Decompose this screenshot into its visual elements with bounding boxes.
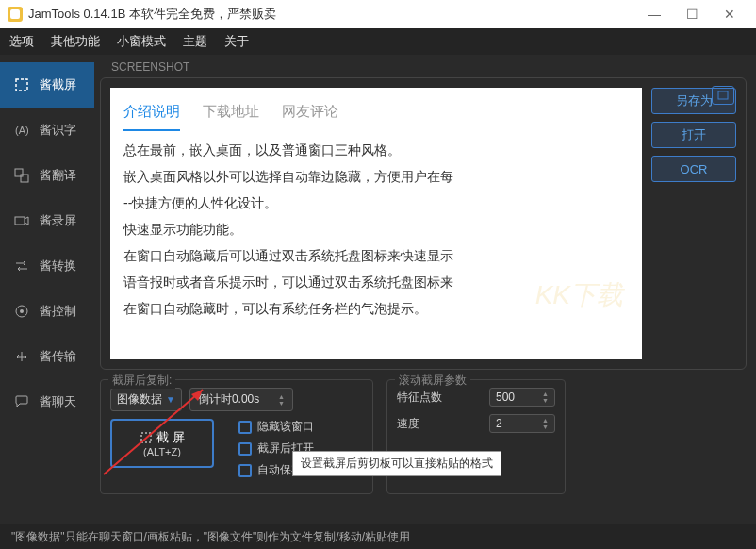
sidebar: 酱截屏 (A) 酱识字 酱翻译 酱录屏 酱转换 酱控制 酱传输 酱聊天 bbox=[0, 55, 94, 524]
sidebar-item-chat[interactable]: 酱聊天 bbox=[0, 379, 94, 424]
sidebar-item-ocr[interactable]: (A) 酱识字 bbox=[0, 108, 94, 153]
main-panel: SCREENSHOT 介绍说明 下载地址 网友评论 总在最前，嵌入桌面，以及普通… bbox=[94, 55, 756, 524]
svg-rect-2 bbox=[15, 169, 23, 176]
capture-shortcut: (ALT+Z) bbox=[143, 446, 181, 458]
preview-line: 总在最前，嵌入桌面，以及普通窗口三种风格。 bbox=[123, 137, 629, 163]
convert-icon bbox=[13, 258, 30, 274]
preview-line: --快捷方便的人性化设计。 bbox=[123, 190, 629, 216]
input-value: 500 bbox=[496, 391, 515, 404]
panel-label: SCREENSHOT bbox=[100, 60, 747, 74]
screenshot-preview-panel: 介绍说明 下载地址 网友评论 总在最前，嵌入桌面，以及普通窗口三种风格。 嵌入桌… bbox=[100, 77, 747, 370]
ocr-icon: (A) bbox=[13, 122, 30, 139]
checkbox-icon bbox=[238, 464, 252, 477]
transfer-icon bbox=[13, 348, 30, 365]
sidebar-item-label: 酱聊天 bbox=[40, 393, 76, 410]
preview-image: 介绍说明 下载地址 网友评论 总在最前，嵌入桌面，以及普通窗口三种风格。 嵌入桌… bbox=[110, 88, 642, 359]
menu-window-mode[interactable]: 小窗模式 bbox=[117, 33, 166, 50]
sidebar-item-label: 酱录屏 bbox=[40, 212, 76, 229]
tab-download: 下载地址 bbox=[203, 97, 259, 131]
minimize-button[interactable]: — bbox=[635, 0, 673, 28]
watermark: KK下载 bbox=[535, 269, 623, 322]
check-hide-window[interactable]: 隐藏该窗口 bbox=[238, 419, 325, 435]
format-tooltip: 设置截屏后剪切板可以直接粘贴的格式 bbox=[292, 451, 501, 476]
menu-options[interactable]: 选项 bbox=[9, 33, 34, 50]
tab-intro: 介绍说明 bbox=[123, 97, 180, 131]
capture-icon bbox=[140, 431, 153, 444]
sidebar-item-control[interactable]: 酱控制 bbox=[0, 289, 94, 334]
copy-after-group: 截屏后复制: 图像数据 ▼ 倒计时0.00s ▲▼ 截 bbox=[100, 379, 373, 494]
countdown-spinner[interactable]: 倒计时0.00s ▲▼ bbox=[189, 388, 293, 411]
sidebar-item-label: 酱传输 bbox=[40, 348, 76, 365]
countdown-value: 倒计时0.00s bbox=[198, 391, 259, 408]
speed-input[interactable]: 2 ▲▼ bbox=[489, 414, 555, 433]
sidebar-item-label: 酱控制 bbox=[40, 303, 76, 320]
translate-icon bbox=[13, 167, 30, 184]
sidebar-item-transfer[interactable]: 酱传输 bbox=[0, 334, 94, 379]
feature-points-input[interactable]: 500 ▲▼ bbox=[489, 388, 555, 407]
group-title: 截屏后复制: bbox=[108, 373, 175, 389]
dropdown-value: 图像数据 bbox=[117, 391, 162, 408]
spinner-arrows-icon: ▲▼ bbox=[542, 417, 549, 430]
menu-about[interactable]: 关于 bbox=[224, 33, 249, 50]
spinner-arrows-icon: ▲▼ bbox=[278, 393, 285, 407]
control-icon bbox=[13, 303, 30, 320]
spinner-arrows-icon: ▲▼ bbox=[542, 391, 549, 404]
expand-icon bbox=[717, 91, 729, 100]
expand-button[interactable] bbox=[712, 86, 734, 105]
svg-rect-7 bbox=[718, 92, 728, 99]
window-title: JamTools 0.14.1B 本软件完全免费，严禁贩卖 bbox=[28, 6, 276, 23]
screenshot-icon bbox=[13, 76, 30, 93]
svg-rect-0 bbox=[16, 79, 27, 91]
checkbox-icon bbox=[238, 442, 252, 456]
chat-icon bbox=[13, 393, 30, 410]
sidebar-item-convert[interactable]: 酱转换 bbox=[0, 243, 94, 289]
svg-point-6 bbox=[20, 309, 24, 313]
capture-button[interactable]: 截 屏 (ALT+Z) bbox=[110, 419, 214, 468]
tab-comments: 网友评论 bbox=[282, 97, 338, 131]
ocr-button[interactable]: OCR bbox=[651, 156, 736, 182]
maximize-button[interactable]: ☐ bbox=[673, 0, 711, 28]
scroll-params-group: 滚动截屏参数 特征点数 500 ▲▼ 速度 2 ▲▼ bbox=[386, 379, 566, 494]
svg-rect-3 bbox=[21, 175, 28, 182]
statusbar: "图像数据"只能在聊天窗口/画板粘贴，"图像文件"则作为文件复制/移动/粘贴使用 bbox=[0, 524, 756, 549]
open-button[interactable]: 打开 bbox=[651, 122, 736, 148]
menu-other[interactable]: 其他功能 bbox=[51, 33, 100, 50]
group-title: 滚动截屏参数 bbox=[395, 373, 470, 389]
svg-rect-8 bbox=[141, 433, 151, 442]
sidebar-item-label: 酱转换 bbox=[40, 258, 76, 274]
preview-line: 在窗口自动隐藏后可以通过双击系统托盘图标来快速显示 bbox=[123, 242, 629, 269]
sidebar-item-record[interactable]: 酱录屏 bbox=[0, 198, 94, 243]
capture-label: 截 屏 bbox=[156, 429, 185, 446]
svg-rect-4 bbox=[15, 217, 25, 225]
menu-theme[interactable]: 主题 bbox=[183, 33, 207, 50]
preview-line: 快速显示功能功能。 bbox=[123, 216, 629, 242]
titlebar: JamTools 0.14.1B 本软件完全免费，严禁贩卖 — ☐ ✕ bbox=[0, 0, 756, 28]
param-label: 特征点数 bbox=[397, 390, 442, 406]
close-button[interactable]: ✕ bbox=[711, 0, 748, 28]
input-value: 2 bbox=[496, 417, 502, 430]
preview-line: 嵌入桌面风格以外可以选择自动靠边隐藏，方便用户在每 bbox=[123, 163, 629, 190]
copy-format-dropdown[interactable]: 图像数据 ▼ bbox=[110, 388, 182, 411]
check-label: 隐藏该窗口 bbox=[257, 419, 314, 435]
sidebar-item-label: 酱识字 bbox=[40, 122, 76, 139]
record-icon bbox=[13, 212, 30, 229]
svg-text:(A): (A) bbox=[15, 125, 29, 136]
chevron-down-icon: ▼ bbox=[166, 394, 175, 405]
sidebar-item-screenshot[interactable]: 酱截屏 bbox=[0, 62, 94, 108]
menubar: 选项 其他功能 小窗模式 主题 关于 bbox=[0, 28, 756, 55]
param-label: 速度 bbox=[397, 416, 419, 432]
checkbox-icon bbox=[238, 421, 252, 434]
sidebar-item-translate[interactable]: 酱翻译 bbox=[0, 153, 94, 198]
app-logo-icon bbox=[8, 7, 23, 22]
sidebar-item-label: 酱翻译 bbox=[40, 167, 76, 184]
sidebar-item-label: 酱截屏 bbox=[40, 76, 76, 93]
